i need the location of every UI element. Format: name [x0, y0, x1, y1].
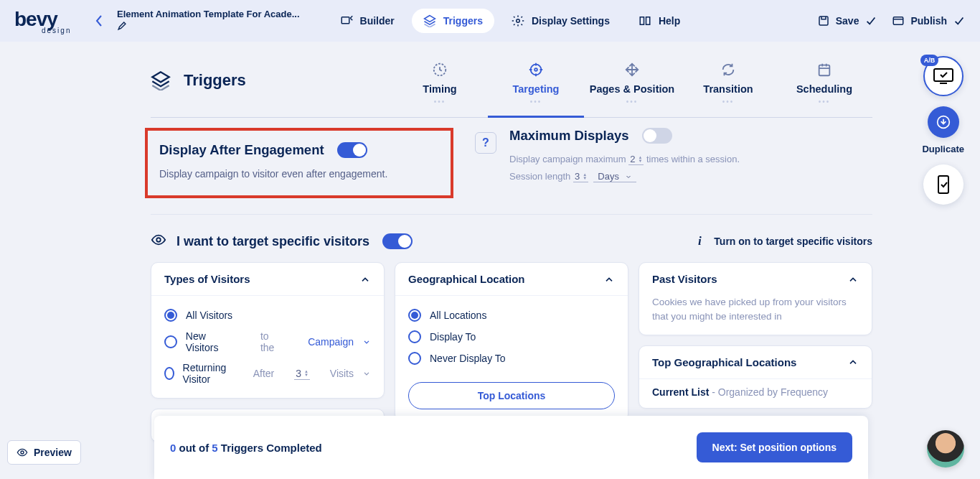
engagement-toggle[interactable] [337, 142, 367, 158]
types-of-visitors-card: Types of Visitors All Visitors New Visit… [151, 262, 385, 399]
svg-rect-9 [934, 69, 953, 81]
display-after-engagement-section: Display After Engagement Display campaig… [145, 128, 453, 198]
top-locations-button[interactable]: Top Locations [408, 382, 615, 409]
tab-pages-position[interactable]: Pages & Position••• [584, 56, 680, 117]
target-visitors-toggle[interactable] [382, 233, 413, 249]
check-icon [864, 14, 877, 27]
nav-triggers[interactable]: Triggers [412, 9, 494, 33]
page-title: Triggers [151, 56, 246, 90]
collapse-icon[interactable] [847, 356, 859, 368]
save-button[interactable]: Save [817, 14, 878, 27]
mobile-preview-button[interactable] [923, 164, 963, 205]
eye-icon [17, 447, 28, 458]
svg-point-6 [534, 68, 537, 71]
geographical-location-card: Geographical Location All Locations Disp… [395, 262, 628, 422]
preview-button[interactable]: Preview [7, 440, 81, 465]
logo: bevydesign [14, 8, 75, 34]
max-displays-toggle[interactable] [642, 128, 672, 144]
ab-badge: A/B [920, 55, 939, 66]
tab-transition[interactable]: Transition••• [680, 56, 776, 117]
radio-display-to[interactable] [408, 330, 421, 343]
layers-icon [151, 70, 171, 90]
svg-point-5 [531, 65, 542, 75]
chevron-down-icon[interactable] [362, 338, 371, 346]
radio-new-visitors[interactable] [164, 335, 177, 348]
past-visitors-card: Past Visitors Cookies we have picked up … [639, 262, 872, 335]
svg-rect-7 [819, 65, 830, 76]
collapse-icon[interactable] [847, 274, 859, 285]
nav-builder[interactable]: Builder [329, 9, 406, 33]
svg-rect-2 [819, 17, 828, 25]
publish-button[interactable]: Publish [892, 14, 966, 27]
svg-rect-0 [341, 17, 349, 24]
tab-timing[interactable]: Timing••• [392, 56, 488, 117]
collapse-icon[interactable] [603, 274, 615, 285]
session-length-input[interactable]: 3▲▼ [573, 171, 588, 182]
device-preview-button[interactable]: A/B [923, 56, 963, 96]
svg-rect-3 [894, 17, 904, 25]
svg-point-1 [517, 19, 520, 23]
tab-targeting[interactable]: Targeting••• [488, 56, 584, 117]
footer-bar: 0 out of 5 Triggers Completed Next: Set … [154, 416, 868, 479]
help-badge[interactable]: ? [475, 132, 496, 154]
radio-returning-visitor[interactable] [164, 367, 174, 380]
svg-point-8 [156, 238, 161, 242]
max-displays-input[interactable]: 2▲▼ [628, 154, 644, 165]
svg-rect-11 [938, 176, 948, 193]
radio-all-visitors[interactable] [164, 309, 177, 322]
eye-icon [151, 232, 166, 251]
duplicate-button[interactable] [928, 106, 959, 138]
check-icon [953, 14, 966, 27]
top-geo-locations-card: Top Geographical Locations Current List … [639, 345, 872, 409]
nav-display-settings[interactable]: Display Settings [500, 9, 621, 33]
edit-title-icon[interactable] [117, 21, 300, 34]
avatar[interactable] [927, 430, 964, 468]
radio-never-display-to[interactable] [408, 352, 421, 365]
info-icon: i [692, 234, 707, 248]
next-button[interactable]: Next: Set position options [697, 432, 852, 462]
svg-point-12 [21, 451, 24, 454]
nav-help[interactable]: Help [627, 9, 692, 33]
session-unit-select[interactable]: Days [593, 171, 636, 182]
collapse-icon[interactable] [359, 274, 371, 285]
radio-all-locations[interactable] [408, 309, 421, 322]
document-title: Element Animation Template For Acade... [117, 9, 300, 19]
returning-count-input[interactable]: 3▲▼ [294, 368, 310, 380]
back-button[interactable] [90, 11, 108, 30]
chevron-down-icon[interactable] [362, 369, 371, 378]
tab-scheduling[interactable]: Scheduling••• [776, 56, 872, 117]
